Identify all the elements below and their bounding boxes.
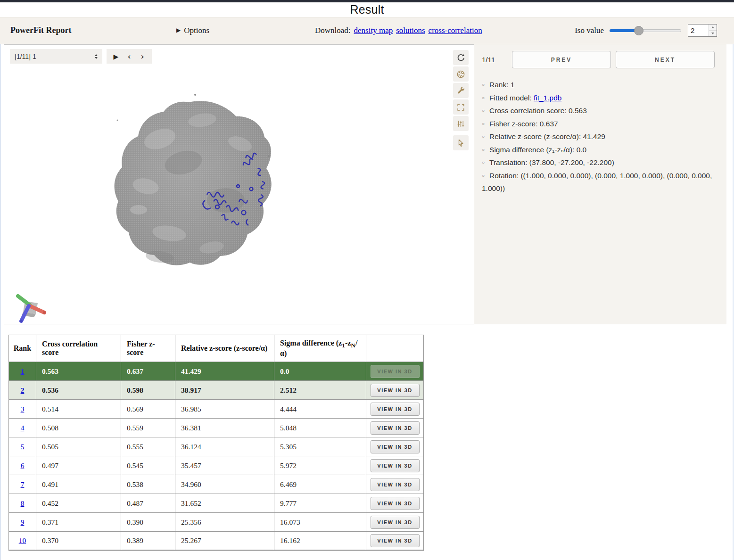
fitted-model-link[interactable]: fit_1.pdb [534,94,561,102]
fisher-cell: 0.487 [121,494,175,513]
iso-spin-up-button[interactable] [709,25,717,30]
fisher-cell: 0.598 [121,381,175,400]
sigma-cell: 5.972 [274,456,366,475]
spin-button[interactable] [453,50,469,65]
view-in-3d-button[interactable]: VIEW IN 3D [371,384,420,397]
table-row: 6 0.497 0.545 35.457 5.972 VIEW IN 3D [9,456,424,475]
adjust-sliders-icon [456,119,465,128]
view-in-3d-button[interactable]: VIEW IN 3D [371,497,420,510]
view-in-3d-button[interactable]: VIEW IN 3D [371,365,420,378]
adjust-button[interactable] [453,116,469,131]
rank-link[interactable]: 3 [21,405,25,413]
view-in-3d-button[interactable]: VIEW IN 3D [371,534,420,547]
table-row: 7 0.491 0.538 34.960 6.469 VIEW IN 3D [9,475,424,494]
detail-text: Fitted model: [489,94,534,102]
view-in-3d-button[interactable]: VIEW IN 3D [371,403,420,416]
camera-aperture-button[interactable] [453,66,469,82]
iso-input-wrap [688,24,717,37]
sigma-cell: 5.305 [274,437,366,456]
detail-item: Rank: 1 [482,79,719,92]
rank-link[interactable]: 6 [21,461,25,469]
rank-link[interactable]: 10 [19,536,26,544]
next-solution-button[interactable]: › [136,50,149,63]
iso-spin-down-button[interactable] [709,30,717,36]
fisher-cell: 0.545 [121,456,175,475]
rank-link[interactable]: 4 [21,424,25,432]
fisher-cell: 0.390 [121,513,175,532]
rank-link[interactable]: 8 [21,499,25,507]
download-link[interactable]: cross-correlation [429,26,482,35]
iso-zone: Iso value [575,24,717,37]
rank-header: Rank [9,335,36,362]
page-title: Result [350,3,384,16]
solution-select-value: [1/11] 1 [15,53,95,60]
relz-cell: 36.985 [175,400,274,419]
fullscreen-button[interactable] [453,99,469,115]
spin-down-icon [711,33,714,34]
options-label: Options [184,26,209,35]
select-cursor-button[interactable] [453,135,469,150]
prev-solution-button[interactable]: ‹ [123,50,136,63]
iso-spinners [709,25,717,36]
relz-cell: 35.457 [175,456,274,475]
table-row: 10 0.370 0.389 25.267 16.162 VIEW IN 3D [9,532,424,551]
wrench-icon [456,86,465,95]
table-row: 1 0.563 0.637 41.429 0.0 VIEW IN 3D [9,362,424,381]
relz-cell: 31.652 [175,494,274,513]
download-zone: Download:density mapsolutionscross-corre… [315,26,482,35]
sigma-cell: 16.162 [274,532,366,551]
rank-link[interactable]: 5 [21,443,25,451]
iso-slider[interactable] [610,26,681,35]
rank-link[interactable]: 2 [21,386,25,394]
cursor-icon [456,139,465,148]
page-left-edge [0,17,1,560]
title-bar: Result [0,2,734,17]
iso-slider-thumb[interactable] [634,26,643,35]
ccs-header: Cross correlation score [36,335,121,362]
ccs-cell: 0.514 [36,400,121,419]
iso-value-input[interactable] [688,25,709,36]
detail-text: Fisher z-score: 0.637 [489,120,558,128]
prev-button[interactable]: PREV [512,51,611,68]
relz-cell: 34.960 [175,475,274,494]
relz-cell: 36.124 [175,437,274,456]
view-in-3d-button[interactable]: VIEW IN 3D [371,459,420,472]
solution-select[interactable]: [1/11] 1 [10,49,102,64]
fisher-cell: 0.538 [121,475,175,494]
pager-position: 1/11 [482,56,512,64]
relz-header: Relative z-score (z-score/α) [175,335,274,362]
actions-header [366,335,424,362]
download-link[interactable]: solutions [396,26,425,35]
view-in-3d-button[interactable]: VIEW IN 3D [371,516,420,529]
detail-text: Rank: 1 [489,81,514,89]
rank-link[interactable]: 9 [21,518,25,526]
detail-item: Fisher z-score: 0.637 [482,118,719,131]
pager-row: 1/11 PREV NEXT [482,51,722,68]
detail-text: Translation: (37.800, -27.200, -22.200) [489,158,614,166]
play-button[interactable]: ▶ [109,50,123,63]
ccs-cell: 0.371 [36,513,121,532]
rank-link[interactable]: 1 [21,367,25,375]
options-toggle[interactable]: ▶Options [176,26,209,35]
fisher-header: Fisher z-score [121,335,175,362]
results-table-wrap: Rank Cross correlation score Fisher z-sc… [8,335,424,551]
sigma-cell: 9.777 [274,494,366,513]
fisher-cell: 0.555 [121,437,175,456]
ccs-cell: 0.505 [36,437,121,456]
download-link[interactable]: density map [354,26,393,35]
table-row: 9 0.371 0.390 25.356 16.073 VIEW IN 3D [9,513,424,532]
detail-text: Rotation: ((1.000, 0.000, 0.000), (0.000… [482,172,712,193]
ccs-cell: 0.563 [36,362,121,381]
rank-link[interactable]: 7 [21,480,25,488]
fit-details-list: Rank: 1 Fitted model: fit_1.pdb Cross co… [482,79,722,195]
view-in-3d-button[interactable]: VIEW IN 3D [371,440,420,453]
view-in-3d-button[interactable]: VIEW IN 3D [371,421,420,435]
ccs-cell: 0.452 [36,494,121,513]
tools-button[interactable] [453,83,469,98]
viewer-toolbar [453,50,469,150]
density-map-scene[interactable] [4,45,474,324]
view-in-3d-button[interactable]: VIEW IN 3D [371,478,420,491]
next-button[interactable]: NEXT [616,51,715,68]
viewer-3d[interactable]: [1/11] 1 ▶ ‹ › [4,44,474,324]
ccs-cell: 0.497 [36,456,121,475]
